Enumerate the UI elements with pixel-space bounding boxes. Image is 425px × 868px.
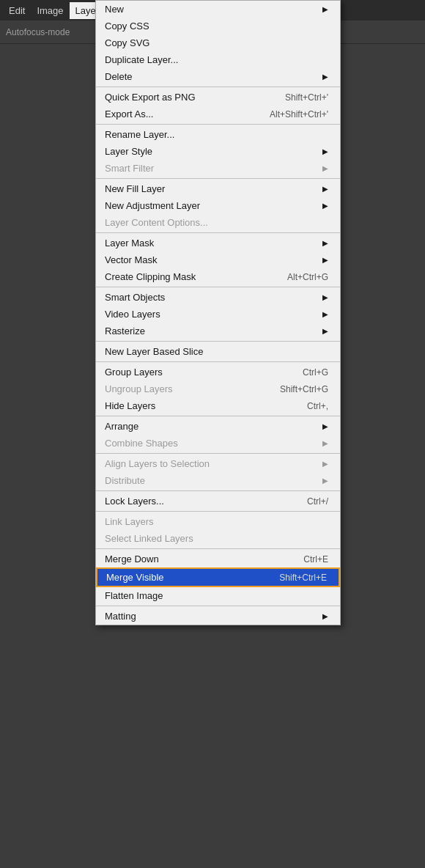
menu-label-merge-visible: Merge Visible <box>106 572 265 583</box>
menu-item-layer-content-options: Layer Content Options... <box>96 214 340 231</box>
menu-item-group-layers[interactable]: Group LayersCtrl+G <box>96 364 340 380</box>
menu-label-quick-export: Quick Export as PNG <box>105 92 270 103</box>
menu-separator-36 <box>96 490 340 491</box>
menu-arrow-video-layers: ▶ <box>322 310 328 318</box>
menu-item-align-layers: Align Layers to Selection▶ <box>96 455 340 472</box>
menu-arrow-align-layers: ▶ <box>322 460 328 468</box>
menu-label-smart-objects: Smart Objects <box>105 292 317 303</box>
menu-separator-8 <box>96 124 340 125</box>
menu-separator-33 <box>96 453 340 454</box>
menu-item-select-linked-layers: Select Linked Layers <box>96 530 340 547</box>
menu-item-quick-export[interactable]: Quick Export as PNGShift+Ctrl+' <box>96 89 340 106</box>
menu-item-vector-mask[interactable]: Vector Mask▶ <box>96 251 340 268</box>
menu-arrow-vector-mask: ▶ <box>322 256 328 264</box>
menu-item-rename-layer[interactable]: Rename Layer... <box>96 126 340 143</box>
menu-label-rename-layer: Rename Layer... <box>105 129 328 140</box>
toolbar-text: Autofocus-mode <box>6 27 70 37</box>
menu-arrow-matting: ▶ <box>322 612 328 620</box>
menu-label-export-as: Export As... <box>105 108 255 119</box>
menu-item-new-fill-layer[interactable]: New Fill Layer▶ <box>96 180 340 197</box>
menu-item-rasterize[interactable]: Rasterize▶ <box>96 323 340 339</box>
menu-shortcut-lock-layers: Ctrl+/ <box>307 496 328 507</box>
menu-arrow-layer-style: ▶ <box>322 147 328 155</box>
menu-shortcut-merge-visible: Shift+Ctrl+E <box>279 573 327 583</box>
menu-label-new-fill-layer: New Fill Layer <box>105 183 317 194</box>
menu-separator-45 <box>96 606 340 606</box>
menu-label-arrange: Arrange <box>105 421 317 432</box>
menu-label-layer-mask: Layer Mask <box>105 238 317 249</box>
menu-item-arrange[interactable]: Arrange▶ <box>96 418 340 435</box>
menu-shortcut-hide-layers: Ctrl+, <box>307 401 328 411</box>
menu-separator-38 <box>96 511 340 512</box>
menu-item-matting[interactable]: Matting▶ <box>96 608 340 625</box>
menu-arrow-combine-shapes: ▶ <box>322 439 328 447</box>
menu-item-create-clipping-mask[interactable]: Create Clipping MaskAlt+Ctrl+G <box>96 268 340 285</box>
menu-image[interactable]: Image <box>31 2 69 19</box>
menu-edit[interactable]: Edit <box>3 2 31 19</box>
menu-shortcut-export-as: Alt+Shift+Ctrl+' <box>270 109 328 119</box>
menu-shortcut-create-clipping-mask: Alt+Ctrl+G <box>287 272 328 282</box>
layer-dropdown-menu: New▶Copy CSSCopy SVGDuplicate Layer...De… <box>95 0 341 625</box>
menu-arrow-layer-mask: ▶ <box>322 239 328 247</box>
menu-arrow-smart-objects: ▶ <box>322 293 328 301</box>
menu-label-create-clipping-mask: Create Clipping Mask <box>105 271 273 282</box>
menu-separator-26 <box>96 361 340 362</box>
menu-item-delete[interactable]: Delete▶ <box>96 68 340 85</box>
menu-item-flatten-image[interactable]: Flatten Image <box>96 587 340 604</box>
menu-item-link-layers: Link Layers <box>96 513 340 530</box>
menu-item-layer-style[interactable]: Layer Style▶ <box>96 143 340 160</box>
menu-label-video-layers: Video Layers <box>105 309 317 320</box>
menu-item-video-layers[interactable]: Video Layers▶ <box>96 306 340 323</box>
menu-label-lock-layers: Lock Layers... <box>105 496 292 507</box>
menu-separator-24 <box>96 341 340 342</box>
menu-label-new-adjustment-layer: New Adjustment Layer <box>105 200 317 211</box>
menu-label-copy-svg: Copy SVG <box>105 37 328 48</box>
menu-separator-30 <box>96 416 340 416</box>
menu-label-layer-style: Layer Style <box>105 146 317 157</box>
menu-shortcut-group-layers: Ctrl+G <box>303 367 328 378</box>
menu-item-copy-svg[interactable]: Copy SVG <box>96 34 340 51</box>
menu-item-new[interactable]: New▶ <box>96 1 340 18</box>
menu-label-rasterize: Rasterize <box>105 326 317 336</box>
menu-label-hide-layers: Hide Layers <box>105 400 292 411</box>
menu-arrow-arrange: ▶ <box>322 422 328 430</box>
menu-item-new-layer-based-slice[interactable]: New Layer Based Slice <box>96 343 340 360</box>
menu-label-smart-filter: Smart Filter <box>105 163 317 174</box>
menu-arrow-new-fill-layer: ▶ <box>322 185 328 193</box>
menu-label-copy-css: Copy CSS <box>105 21 328 32</box>
menu-label-distribute: Distribute <box>105 475 317 486</box>
menu-item-merge-down[interactable]: Merge DownCtrl+E <box>96 551 340 567</box>
menu-item-smart-filter: Smart Filter▶ <box>96 160 340 177</box>
menu-item-smart-objects[interactable]: Smart Objects▶ <box>96 289 340 306</box>
menu-item-combine-shapes: Combine Shapes▶ <box>96 435 340 452</box>
menu-separator-12 <box>96 178 340 179</box>
menu-arrow-delete: ▶ <box>322 73 328 81</box>
menu-label-ungroup-layers: Ungroup Layers <box>105 383 265 394</box>
menu-arrow-smart-filter: ▶ <box>322 164 328 172</box>
menu-label-link-layers: Link Layers <box>105 516 328 527</box>
menu-item-duplicate-layer[interactable]: Duplicate Layer... <box>96 51 340 68</box>
menu-label-group-layers: Group Layers <box>105 367 288 378</box>
menu-separator-16 <box>96 232 340 233</box>
menu-label-select-linked-layers: Select Linked Layers <box>105 533 328 544</box>
menu-item-copy-css[interactable]: Copy CSS <box>96 18 340 34</box>
menu-arrow-rasterize: ▶ <box>322 327 328 335</box>
menu-separator-20 <box>96 287 340 287</box>
menu-label-merge-down: Merge Down <box>105 553 289 564</box>
menu-shortcut-merge-down: Ctrl+E <box>303 554 328 564</box>
menu-separator-5 <box>96 87 340 87</box>
menu-item-layer-mask[interactable]: Layer Mask▶ <box>96 235 340 251</box>
menu-item-new-adjustment-layer[interactable]: New Adjustment Layer▶ <box>96 197 340 214</box>
menu-item-distribute: Distribute▶ <box>96 472 340 489</box>
menu-label-flatten-image: Flatten Image <box>105 590 328 601</box>
menu-label-delete: Delete <box>105 71 317 82</box>
menu-label-matting: Matting <box>105 611 317 622</box>
menu-item-ungroup-layers: Ungroup LayersShift+Ctrl+G <box>96 380 340 397</box>
menu-item-merge-visible[interactable]: Merge VisibleShift+Ctrl+E <box>96 567 340 587</box>
menu-label-align-layers: Align Layers to Selection <box>105 458 317 469</box>
menu-arrow-distribute: ▶ <box>322 477 328 485</box>
menu-item-lock-layers[interactable]: Lock Layers...Ctrl+/ <box>96 493 340 510</box>
menu-item-export-as[interactable]: Export As...Alt+Shift+Ctrl+' <box>96 106 340 122</box>
menu-label-vector-mask: Vector Mask <box>105 254 317 265</box>
menu-item-hide-layers[interactable]: Hide LayersCtrl+, <box>96 397 340 414</box>
